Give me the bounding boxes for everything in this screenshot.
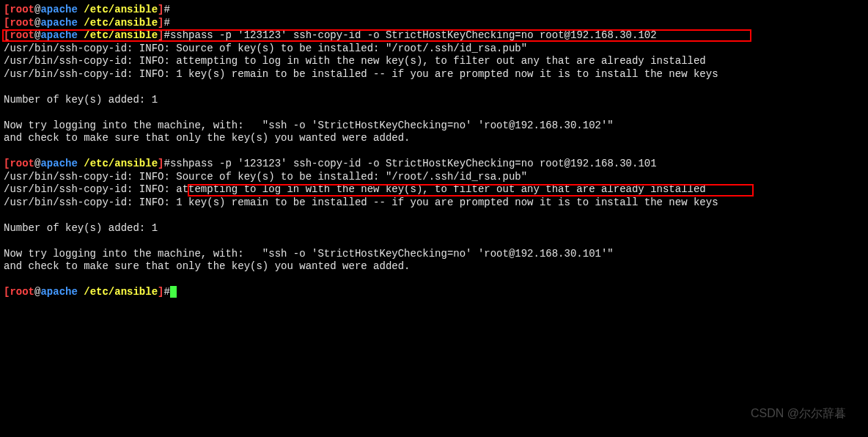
output-line: Number of key(s) added: 1	[4, 94, 864, 107]
output-line: /usr/bin/ssh-copy-id: INFO: 1 key(s) rem…	[4, 68, 864, 81]
output-line: /usr/bin/ssh-copy-id: INFO: 1 key(s) rem…	[4, 197, 864, 210]
watermark-text: CSDN @尔尔辞暮	[751, 406, 846, 421]
command-text: sshpass -p '123123' ssh-copy-id -o Stric…	[170, 158, 657, 169]
output-line: Now try logging into the machine, with: …	[4, 120, 864, 133]
output-line: /usr/bin/ssh-copy-id: INFO: Source of ke…	[4, 171, 864, 184]
command-line-2: [root@apache /etc/ansible]#sshpass -p '1…	[4, 158, 864, 171]
prompt-line: [root@apache /etc/ansible]#	[4, 4, 864, 17]
prompt-cursor-line[interactable]: [root@apache /etc/ansible]#	[4, 286, 864, 299]
prompt-line: [root@apache /etc/ansible]#	[4, 17, 864, 30]
output-line: /usr/bin/ssh-copy-id: INFO: attempting t…	[4, 55, 864, 68]
output-line: and check to make sure that only the key…	[4, 260, 864, 273]
cursor-icon	[170, 286, 177, 298]
output-line: Now try logging into the machine, with: …	[4, 248, 864, 261]
terminal-output[interactable]: [root@apache /etc/ansible]# [root@apache…	[4, 4, 864, 299]
command-line-1: [root@apache /etc/ansible]#sshpass -p '1…	[4, 29, 864, 43]
output-line: /usr/bin/ssh-copy-id: INFO: attempting t…	[4, 183, 864, 197]
output-line: Number of key(s) added: 1	[4, 222, 864, 235]
output-line: and check to make sure that only the key…	[4, 132, 864, 145]
output-line: /usr/bin/ssh-copy-id: INFO: Source of ke…	[4, 43, 864, 56]
command-text: sshpass -p '123123' ssh-copy-id -o Stric…	[170, 29, 657, 41]
